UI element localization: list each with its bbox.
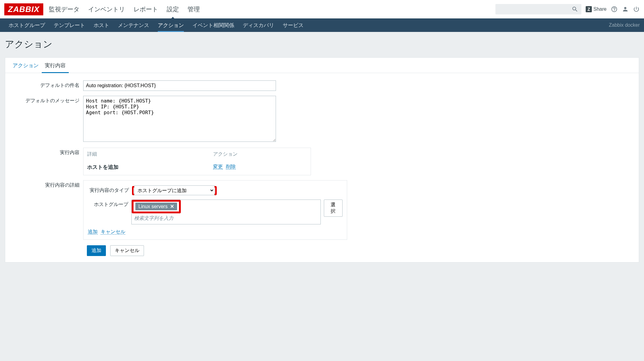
label-operation-type: 実行内容のタイプ [88,185,132,194]
row-default-subject: デフォルトの件名 [10,80,634,91]
hostgroup-placeholder: 検索文字列を入力 [132,213,320,224]
operations-col-action: アクション [213,151,307,157]
subnav-eventcorrelation[interactable]: イベント相関関係 [188,19,239,32]
hostgroup-tag-label: Linux servers [138,204,168,209]
zabbix-z-icon: Z [586,6,592,12]
share-label: Share [593,6,607,12]
cancel-button[interactable]: キャンセル [110,245,144,256]
logo[interactable]: ZABBIX [4,3,43,15]
details-action-links: 追加 キャンセル [88,229,343,235]
share-button[interactable]: Z Share [586,6,607,12]
page-title: アクション [5,38,639,51]
tab-action[interactable]: アクション [10,58,42,73]
topnav-configuration[interactable]: 設定 [167,0,179,19]
power-icon[interactable] [633,6,640,13]
operations-edit-link[interactable]: 変更 [213,164,223,169]
operations-row-detail: ホストを追加 [87,164,213,171]
row-default-message: デフォルトのメッセージ Host name: {HOST.HOST} Host … [10,96,634,143]
topnav-inventory[interactable]: インベントリ [88,0,125,19]
details-cancel-link[interactable]: キャンセル [101,229,125,235]
hostgroup-select-button[interactable]: 選択 [324,200,343,217]
input-default-subject[interactable] [83,80,276,91]
subnav-discovery[interactable]: ディスカバリ [239,19,278,32]
operations-header: 詳細 アクション [83,148,311,161]
tab-operations[interactable]: 実行内容 [42,58,69,73]
highlight-operation-type: ホストグループに追加 [132,186,217,195]
page: アクション アクション 実行内容 デフォルトの件名 デフォルトのメッセージ Ho… [0,32,644,361]
textarea-default-message[interactable]: Host name: {HOST.HOST} Host IP: {HOST.IP… [83,96,276,142]
tabs: アクション 実行内容 [5,58,639,73]
search-icon[interactable] [572,6,578,13]
form-buttons: 追加 キャンセル [10,245,634,256]
topbar-right: Z Share [495,4,640,14]
hostgroup-multiselect[interactable]: Linux servers ✕ 検索文字列を入力 [131,200,321,224]
topnav: 監視データ インベントリ レポート 設定 管理 [49,0,200,19]
operations-col-detail: 詳細 [87,151,213,157]
operations-table: 詳細 アクション ホストを追加 変更 削除 [83,148,311,175]
subnav-actions[interactable]: アクション [153,19,188,32]
label-hostgroup: ホストグループ [88,200,131,208]
user-icon[interactable] [622,6,629,13]
row-operation-details: 実行内容の詳細 実行内容のタイプ ホストグループに追加 [10,180,634,240]
operation-details-box: 実行内容のタイプ ホストグループに追加 ホストグループ [83,180,347,240]
subnav-templates[interactable]: テンプレート [49,19,89,32]
submit-button[interactable]: 追加 [87,245,106,256]
help-icon[interactable] [611,6,618,13]
topnav-administration[interactable]: 管理 [188,0,200,19]
topbar: ZABBIX 監視データ インベントリ レポート 設定 管理 Z Share [0,0,644,18]
row-operation-type: 実行内容のタイプ ホストグループに追加 [88,185,343,195]
label-operations: 実行内容 [10,148,83,156]
search-box[interactable] [495,4,581,14]
highlight-hostgroup-tag: Linux servers ✕ [132,200,181,213]
label-default-subject: デフォルトの件名 [10,80,83,89]
label-operation-details: 実行内容の詳細 [10,180,83,188]
subnav-servername: Zabbix docker [609,22,640,28]
subnav-maintenance[interactable]: メンテナンス [114,19,153,32]
subnav-services[interactable]: サービス [278,19,308,32]
row-operations: 実行内容 詳細 アクション ホストを追加 変更 削除 [10,148,634,175]
close-icon[interactable]: ✕ [170,204,174,209]
operations-row: ホストを追加 変更 削除 [83,161,311,175]
subnav: ホストグループ テンプレート ホスト メンテナンス アクション イベント相関関係… [0,18,644,32]
row-hostgroup: ホストグループ Linux servers ✕ 検索 [88,200,343,224]
label-default-message: デフォルトのメッセージ [10,96,83,104]
subnav-hostgroups[interactable]: ホストグループ [4,19,49,32]
subnav-hosts[interactable]: ホスト [89,19,114,32]
operations-delete-link[interactable]: 削除 [226,164,236,169]
panel: アクション 実行内容 デフォルトの件名 デフォルトのメッセージ Host nam… [5,57,639,262]
select-operation-type[interactable]: ホストグループに追加 [134,185,215,195]
hostgroup-tag[interactable]: Linux servers ✕ [135,203,177,210]
form-area: デフォルトの件名 デフォルトのメッセージ Host name: {HOST.HO… [5,73,639,262]
topnav-reports[interactable]: レポート [134,0,158,19]
operations-row-actions: 変更 削除 [213,164,307,171]
details-add-link[interactable]: 追加 [88,229,98,235]
topnav-monitoring[interactable]: 監視データ [49,0,80,19]
